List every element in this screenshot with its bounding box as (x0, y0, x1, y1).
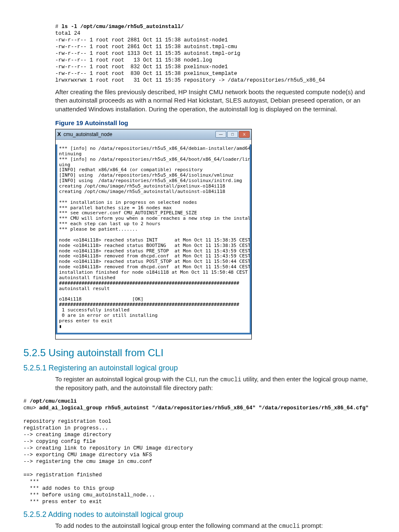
window-title: cmu_autoinstall_node (64, 131, 113, 137)
inline-cmucli-2: cmucli (279, 523, 300, 529)
minimize-button[interactable]: — (215, 131, 226, 138)
heading-5-2-5-2: 5.2.5.2 Adding nodes to autoinstall logi… (23, 510, 376, 519)
figure-caption: Figure 19 Autoinstall log (55, 119, 376, 126)
code-block-ls: # ls -l /opt/cmu/image/rh5u5_autoinstall… (55, 23, 376, 84)
inline-cmucli: cmucli (220, 376, 241, 383)
paragraph-addnodes: To add nodes to the autoinstall logical … (55, 522, 376, 530)
heading-5-2-5: 5.2.5 Using autoinstall from CLI (23, 347, 376, 359)
x11-icon: X (57, 131, 61, 137)
paragraph-register: To register an autoinstall logical group… (55, 375, 376, 392)
heading-5-2-5-1: 5.2.5.1 Registering an autoinstall logic… (23, 364, 376, 373)
close-button[interactable]: X (239, 131, 250, 138)
maximize-button[interactable]: □ (227, 131, 238, 138)
paragraph-intro: After creating the files previously desc… (55, 88, 376, 113)
code-block-register: # /opt/cmu/cmucli cmu> add_ai_logical_gr… (23, 398, 376, 505)
screenshot-window: X cmu_autoinstall_node — □ X *** [info] … (55, 129, 252, 339)
window-titlebar: X cmu_autoinstall_node — □ X (56, 129, 251, 140)
terminal-output: *** [info] no /data/repositories/rh5u5_x… (56, 144, 251, 334)
